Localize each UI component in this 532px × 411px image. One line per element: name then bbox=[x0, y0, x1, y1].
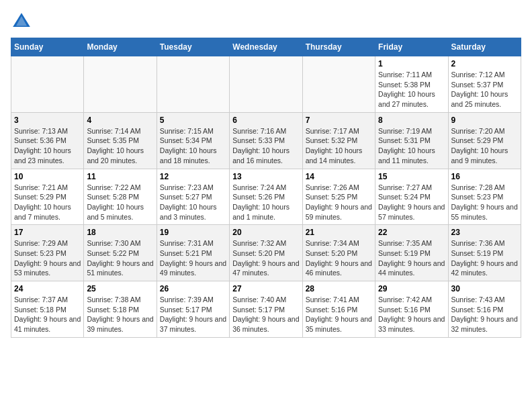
day-number: 7 bbox=[306, 116, 372, 125]
calendar-cell: 10Sunrise: 7:21 AM Sunset: 5:29 PM Dayli… bbox=[11, 169, 84, 225]
weekday-header-wednesday: Wednesday bbox=[230, 38, 302, 56]
day-info: Sunrise: 7:15 AM Sunset: 5:34 PM Dayligh… bbox=[160, 126, 226, 166]
calendar-cell bbox=[11, 56, 84, 113]
day-number: 13 bbox=[232, 172, 299, 181]
day-number: 10 bbox=[14, 172, 81, 181]
day-info: Sunrise: 7:29 AM Sunset: 5:23 PM Dayligh… bbox=[14, 238, 81, 278]
day-info: Sunrise: 7:31 AM Sunset: 5:21 PM Dayligh… bbox=[160, 238, 226, 278]
day-number: 26 bbox=[160, 284, 226, 293]
calendar-cell: 11Sunrise: 7:22 AM Sunset: 5:28 PM Dayli… bbox=[84, 169, 157, 225]
calendar-cell: 2Sunrise: 7:12 AM Sunset: 5:37 PM Daylig… bbox=[448, 56, 521, 113]
day-info: Sunrise: 7:13 AM Sunset: 5:36 PM Dayligh… bbox=[14, 126, 81, 166]
day-number: 23 bbox=[451, 228, 518, 237]
page-header bbox=[11, 11, 521, 32]
calendar-cell bbox=[84, 56, 157, 113]
calendar-cell: 30Sunrise: 7:43 AM Sunset: 5:16 PM Dayli… bbox=[448, 281, 521, 338]
day-number: 12 bbox=[160, 172, 226, 181]
calendar-cell: 6Sunrise: 7:16 AM Sunset: 5:33 PM Daylig… bbox=[230, 112, 302, 169]
calendar-cell: 28Sunrise: 7:41 AM Sunset: 5:16 PM Dayli… bbox=[302, 281, 375, 338]
day-info: Sunrise: 7:11 AM Sunset: 5:38 PM Dayligh… bbox=[378, 70, 445, 109]
day-info: Sunrise: 7:38 AM Sunset: 5:18 PM Dayligh… bbox=[87, 295, 153, 334]
day-number: 20 bbox=[232, 228, 299, 237]
calendar-cell: 13Sunrise: 7:24 AM Sunset: 5:26 PM Dayli… bbox=[230, 169, 302, 225]
day-info: Sunrise: 7:27 AM Sunset: 5:24 PM Dayligh… bbox=[378, 183, 445, 222]
day-number: 4 bbox=[87, 116, 153, 125]
day-number: 27 bbox=[232, 284, 299, 293]
calendar-cell: 9Sunrise: 7:20 AM Sunset: 5:29 PM Daylig… bbox=[448, 112, 521, 169]
day-number: 18 bbox=[87, 228, 153, 237]
day-info: Sunrise: 7:21 AM Sunset: 5:29 PM Dayligh… bbox=[14, 183, 81, 222]
calendar-cell: 15Sunrise: 7:27 AM Sunset: 5:24 PM Dayli… bbox=[375, 169, 448, 225]
calendar-cell: 29Sunrise: 7:42 AM Sunset: 5:16 PM Dayli… bbox=[375, 281, 448, 338]
calendar-week-2: 3Sunrise: 7:13 AM Sunset: 5:36 PM Daylig… bbox=[11, 112, 521, 169]
day-number: 22 bbox=[378, 228, 445, 237]
calendar-cell: 27Sunrise: 7:40 AM Sunset: 5:17 PM Dayli… bbox=[230, 281, 302, 338]
day-info: Sunrise: 7:22 AM Sunset: 5:28 PM Dayligh… bbox=[87, 183, 153, 222]
day-number: 15 bbox=[378, 172, 445, 181]
calendar-cell: 4Sunrise: 7:14 AM Sunset: 5:35 PM Daylig… bbox=[84, 112, 157, 169]
calendar-cell: 20Sunrise: 7:32 AM Sunset: 5:20 PM Dayli… bbox=[230, 225, 302, 281]
calendar-cell: 23Sunrise: 7:36 AM Sunset: 5:19 PM Dayli… bbox=[448, 225, 521, 281]
day-info: Sunrise: 7:14 AM Sunset: 5:35 PM Dayligh… bbox=[87, 126, 153, 166]
weekday-header-tuesday: Tuesday bbox=[157, 38, 229, 56]
calendar-cell: 3Sunrise: 7:13 AM Sunset: 5:36 PM Daylig… bbox=[11, 112, 84, 169]
calendar-week-4: 17Sunrise: 7:29 AM Sunset: 5:23 PM Dayli… bbox=[11, 225, 521, 281]
day-number: 30 bbox=[451, 284, 518, 293]
day-number: 17 bbox=[14, 228, 81, 237]
day-info: Sunrise: 7:39 AM Sunset: 5:17 PM Dayligh… bbox=[160, 295, 226, 334]
day-number: 11 bbox=[87, 172, 153, 181]
day-info: Sunrise: 7:37 AM Sunset: 5:18 PM Dayligh… bbox=[14, 295, 81, 334]
weekday-header-sunday: Sunday bbox=[11, 38, 84, 56]
day-number: 9 bbox=[451, 116, 518, 125]
day-number: 5 bbox=[160, 116, 226, 125]
calendar-cell: 8Sunrise: 7:19 AM Sunset: 5:31 PM Daylig… bbox=[375, 112, 448, 169]
day-number: 19 bbox=[160, 228, 226, 237]
calendar-week-5: 24Sunrise: 7:37 AM Sunset: 5:18 PM Dayli… bbox=[11, 281, 521, 338]
day-info: Sunrise: 7:19 AM Sunset: 5:31 PM Dayligh… bbox=[378, 126, 445, 166]
day-number: 14 bbox=[306, 172, 372, 181]
day-number: 6 bbox=[232, 116, 299, 125]
calendar-cell: 16Sunrise: 7:28 AM Sunset: 5:23 PM Dayli… bbox=[448, 169, 521, 225]
logo-icon bbox=[11, 11, 32, 32]
day-number: 25 bbox=[87, 284, 153, 293]
day-info: Sunrise: 7:35 AM Sunset: 5:19 PM Dayligh… bbox=[378, 238, 445, 278]
calendar-week-3: 10Sunrise: 7:21 AM Sunset: 5:29 PM Dayli… bbox=[11, 169, 521, 225]
calendar-cell: 21Sunrise: 7:34 AM Sunset: 5:20 PM Dayli… bbox=[302, 225, 375, 281]
calendar-cell: 12Sunrise: 7:23 AM Sunset: 5:27 PM Dayli… bbox=[157, 169, 229, 225]
day-info: Sunrise: 7:40 AM Sunset: 5:17 PM Dayligh… bbox=[232, 295, 299, 334]
day-info: Sunrise: 7:42 AM Sunset: 5:16 PM Dayligh… bbox=[378, 295, 445, 334]
calendar-cell: 17Sunrise: 7:29 AM Sunset: 5:23 PM Dayli… bbox=[11, 225, 84, 281]
calendar-cell: 18Sunrise: 7:30 AM Sunset: 5:22 PM Dayli… bbox=[84, 225, 157, 281]
weekday-header-thursday: Thursday bbox=[302, 38, 375, 56]
day-number: 3 bbox=[14, 116, 81, 125]
calendar-cell: 5Sunrise: 7:15 AM Sunset: 5:34 PM Daylig… bbox=[157, 112, 229, 169]
calendar-cell bbox=[302, 56, 375, 113]
logo bbox=[11, 11, 35, 32]
day-number: 29 bbox=[378, 284, 445, 293]
day-number: 8 bbox=[378, 116, 445, 125]
calendar-cell bbox=[157, 56, 229, 113]
calendar-cell: 19Sunrise: 7:31 AM Sunset: 5:21 PM Dayli… bbox=[157, 225, 229, 281]
day-number: 21 bbox=[306, 228, 372, 237]
day-info: Sunrise: 7:23 AM Sunset: 5:27 PM Dayligh… bbox=[160, 183, 226, 222]
day-number: 2 bbox=[451, 59, 518, 68]
day-info: Sunrise: 7:36 AM Sunset: 5:19 PM Dayligh… bbox=[451, 238, 518, 278]
calendar-cell: 24Sunrise: 7:37 AM Sunset: 5:18 PM Dayli… bbox=[11, 281, 84, 338]
day-info: Sunrise: 7:20 AM Sunset: 5:29 PM Dayligh… bbox=[451, 126, 518, 166]
calendar-cell: 7Sunrise: 7:17 AM Sunset: 5:32 PM Daylig… bbox=[302, 112, 375, 169]
calendar-week-1: 1Sunrise: 7:11 AM Sunset: 5:38 PM Daylig… bbox=[11, 56, 521, 113]
calendar-cell: 1Sunrise: 7:11 AM Sunset: 5:38 PM Daylig… bbox=[375, 56, 448, 113]
calendar-cell: 22Sunrise: 7:35 AM Sunset: 5:19 PM Dayli… bbox=[375, 225, 448, 281]
day-info: Sunrise: 7:12 AM Sunset: 5:37 PM Dayligh… bbox=[451, 70, 518, 109]
day-number: 24 bbox=[14, 284, 81, 293]
day-info: Sunrise: 7:16 AM Sunset: 5:33 PM Dayligh… bbox=[232, 126, 299, 166]
calendar-cell: 14Sunrise: 7:26 AM Sunset: 5:25 PM Dayli… bbox=[302, 169, 375, 225]
weekday-header-friday: Friday bbox=[375, 38, 448, 56]
day-info: Sunrise: 7:26 AM Sunset: 5:25 PM Dayligh… bbox=[306, 183, 372, 222]
calendar-cell: 25Sunrise: 7:38 AM Sunset: 5:18 PM Dayli… bbox=[84, 281, 157, 338]
day-info: Sunrise: 7:41 AM Sunset: 5:16 PM Dayligh… bbox=[306, 295, 372, 334]
day-info: Sunrise: 7:30 AM Sunset: 5:22 PM Dayligh… bbox=[87, 238, 153, 278]
day-number: 28 bbox=[306, 284, 372, 293]
weekday-header-saturday: Saturday bbox=[448, 38, 521, 56]
calendar-cell bbox=[230, 56, 302, 113]
